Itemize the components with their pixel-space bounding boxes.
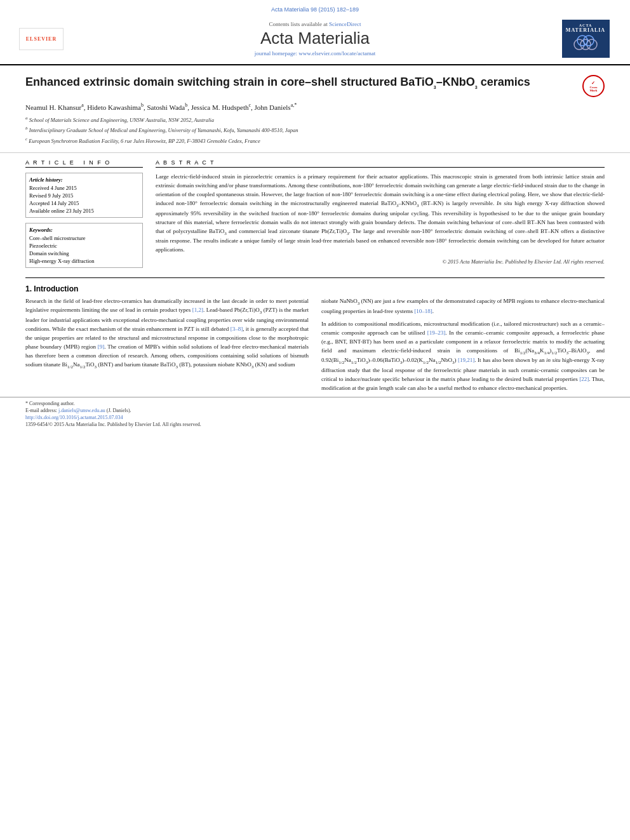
contents-line: Contents lists available at ScienceDirec… bbox=[70, 21, 560, 27]
abstract-heading: A B S T R A C T bbox=[156, 159, 605, 168]
header-left: ELSEVIER bbox=[19, 28, 70, 50]
copyright-line: © 2015 Acta Materialia Inc. Published by… bbox=[156, 258, 605, 265]
journal-ref: Acta Materialia 98 (2015) 182–189 bbox=[13, 6, 617, 13]
email-link[interactable]: j.daniels@unsw.edu.au bbox=[58, 408, 105, 413]
intro-col1-p1: Research in the field of lead-free elect… bbox=[25, 297, 309, 370]
journal-title: Acta Materialia bbox=[70, 29, 560, 48]
keyword-1: Core–shell microstructure bbox=[29, 235, 139, 241]
doi-line: http://dx.doi.org/10.1016/j.actamat.2015… bbox=[25, 415, 605, 420]
issn-line: 1359-6454/© 2015 Acta Materialia Inc. Pu… bbox=[25, 422, 605, 427]
history-label: Article history: bbox=[29, 177, 139, 183]
acta-logo: ACTA MATERIALIA bbox=[562, 20, 610, 58]
keywords-box: Keywords: Core–shell microstructure Piez… bbox=[25, 223, 143, 268]
received: Received 4 June 2015 bbox=[29, 185, 139, 191]
corresponding-author-note: * Corresponding author. bbox=[25, 401, 605, 406]
email-note: E-mail address: j.daniels@unsw.edu.au (J… bbox=[25, 408, 605, 413]
affiliations: a School of Materials Science and Engine… bbox=[25, 115, 605, 145]
keyword-3: Domain switching bbox=[29, 250, 139, 257]
revised: Revised 9 July 2015 bbox=[29, 192, 139, 199]
intro-col2-p2: In addition to compositional modificatio… bbox=[321, 320, 605, 393]
body-divider bbox=[25, 277, 605, 278]
header-center: Contents lists available at ScienceDirec… bbox=[70, 21, 560, 57]
body-col-right: niobate NaNbO3 (NN) are just a few examp… bbox=[321, 297, 605, 396]
article-info-col: A R T I C L E I N F O Article history: R… bbox=[25, 159, 143, 268]
article-title: Enhanced extrinsic domain switching stra… bbox=[25, 75, 576, 90]
body-two-col: Research in the field of lead-free elect… bbox=[0, 297, 630, 396]
abstract-text: Large electric-field-induced strain in p… bbox=[156, 173, 605, 255]
article-info-heading: A R T I C L E I N F O bbox=[25, 159, 143, 168]
available-online: Available online 23 July 2015 bbox=[29, 208, 139, 214]
affiliation-b: b Interdisciplinary Graduate School of M… bbox=[25, 125, 605, 135]
journal-homepage: journal homepage: www.elsevier.com/locat… bbox=[70, 50, 560, 57]
keyword-4: High-energy X-ray diffraction bbox=[29, 258, 139, 264]
body-col-left: Research in the field of lead-free elect… bbox=[25, 297, 309, 396]
header-right: ACTA MATERIALIA bbox=[560, 20, 611, 58]
sciencedirect-link[interactable]: ScienceDirect bbox=[329, 21, 361, 27]
crossmark-badge: ✓ CrossMark bbox=[582, 75, 605, 97]
footer: * Corresponding author. E-mail address: … bbox=[0, 397, 630, 432]
article-history-box: Article history: Received 4 June 2015 Re… bbox=[25, 173, 143, 218]
accepted: Accepted 14 July 2015 bbox=[29, 200, 139, 206]
intro-section-header: 1. Introduction bbox=[0, 281, 630, 293]
journal-header: Acta Materialia 98 (2015) 182–189 ELSEVI… bbox=[0, 0, 630, 65]
affiliation-c: c European Synchrotron Radiation Facilit… bbox=[25, 136, 605, 145]
elsevier-logo: ELSEVIER bbox=[19, 28, 64, 50]
intro-heading: 1. Introduction bbox=[25, 284, 605, 293]
affiliation-a: a School of Materials Science and Engine… bbox=[25, 115, 605, 124]
page: Acta Materialia 98 (2015) 182–189 ELSEVI… bbox=[0, 0, 630, 840]
keyword-2: Piezoelectric bbox=[29, 243, 139, 249]
keywords-label: Keywords: bbox=[29, 227, 139, 233]
abstract-col: A B S T R A C T Large electric-field-ind… bbox=[156, 159, 605, 268]
authors-line: Neamul H. Khansura, Hideto Kawashimab, S… bbox=[25, 102, 605, 111]
info-abstract-section: A R T I C L E I N F O Article history: R… bbox=[0, 153, 630, 274]
doi-link[interactable]: http://dx.doi.org/10.1016/j.actamat.2015… bbox=[25, 415, 123, 420]
article-header: Enhanced extrinsic domain switching stra… bbox=[0, 65, 630, 153]
intro-col2-p1: niobate NaNbO3 (NN) are just a few examp… bbox=[321, 297, 605, 316]
